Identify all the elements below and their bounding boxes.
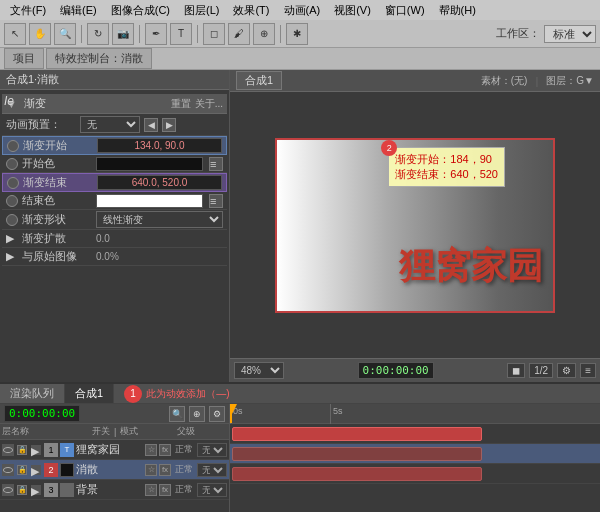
track-bar-1[interactable] (232, 427, 482, 441)
anim-preset-select[interactable]: 无 (80, 116, 140, 133)
layer-2-parent[interactable]: 无 (197, 463, 227, 477)
layer-1-name[interactable]: 狸窝家园 (76, 442, 143, 457)
layer-3-solo[interactable]: ☆ (145, 484, 157, 496)
layer-2-fx[interactable]: fx (159, 464, 171, 476)
layer-1-lock[interactable]: 🔒 (17, 445, 27, 455)
layer-1-fx[interactable]: fx (159, 444, 171, 456)
tl-add-icon[interactable]: ⊕ (189, 406, 205, 422)
layer-3-controls: ☆ fx (145, 484, 171, 496)
playhead[interactable] (230, 404, 232, 423)
comp-settings-btn[interactable]: ⚙ (557, 363, 576, 378)
layer-switches-col: 开关 | 模式 (92, 425, 177, 438)
spread-arrow: ▶ (6, 232, 18, 245)
tool-select[interactable]: ↖ (4, 23, 26, 45)
gradient-spread-value[interactable]: 0.0 (96, 233, 110, 244)
zoom-select[interactable]: 48% (234, 362, 284, 379)
tool-pen[interactable]: ✒ (145, 23, 167, 45)
stopwatch-end[interactable] (7, 177, 19, 189)
layer-3-name[interactable]: 背景 (76, 482, 143, 497)
layer-3-lock[interactable]: 🔒 (17, 485, 27, 495)
tool-puppet[interactable]: ✱ (286, 23, 308, 45)
layer-1-expand[interactable]: ▶ (31, 445, 41, 455)
tool-clone[interactable]: ⊕ (253, 23, 275, 45)
timeline-time[interactable]: 0:00:00:00 (4, 405, 80, 422)
layer-1-parent[interactable]: 无 (197, 443, 227, 457)
anim-prev-btn[interactable]: ◀ (144, 118, 158, 132)
tl-search-icon[interactable]: 🔍 (169, 406, 185, 422)
layer-2-name[interactable]: 消散 (76, 462, 143, 477)
layer-3-parent[interactable]: 无 (197, 483, 227, 497)
menu-animation[interactable]: 动画(A) (278, 2, 327, 19)
gradient-shape-select[interactable]: 线性渐变 (96, 211, 223, 228)
stopwatch-startcolor[interactable] (6, 158, 18, 170)
layer-2-expand[interactable]: ▶ (31, 465, 41, 475)
composition-tab[interactable]: 合成1 (65, 384, 114, 403)
effect-controls-tab[interactable]: 特效控制台：消散 (46, 48, 152, 69)
start-color-btn[interactable]: ≡ (209, 157, 223, 171)
track-bar-2[interactable] (232, 447, 482, 461)
about-btn[interactable]: 关于... (195, 97, 223, 111)
menu-layer[interactable]: 图层(L) (178, 2, 225, 19)
tl-settings-icon[interactable]: ⚙ (209, 406, 225, 422)
time-display[interactable]: 0:00:00:00 (358, 362, 434, 379)
menu-composition[interactable]: 图像合成(C) (105, 2, 176, 19)
render-queue-tab[interactable]: 渲染队列 (0, 384, 65, 403)
gradient-end-value[interactable]: 640.0, 520.0 (97, 175, 222, 190)
layer-1-type-icon: T (60, 443, 74, 457)
comp-view-tab[interactable]: 合成1 (236, 71, 282, 90)
project-panel-tab[interactable]: 项目 (4, 48, 44, 69)
layer-row-2[interactable]: 🔒 ▶ 2 消散 ☆ fx 正常 无 (0, 460, 229, 480)
stopwatch-endcolor[interactable] (6, 195, 18, 207)
quality-btn[interactable]: ◼ (507, 363, 525, 378)
track-row-2 (230, 444, 600, 464)
layer-3-fx[interactable]: fx (159, 484, 171, 496)
track-row-3 (230, 464, 600, 484)
tool-rotate[interactable]: ↻ (87, 23, 109, 45)
menu-bar: 文件(F) 编辑(E) 图像合成(C) 图层(L) 效果(T) 动画(A) 视图… (0, 0, 600, 20)
layer-2-solo[interactable]: ☆ (145, 464, 157, 476)
blend-original-value[interactable]: 0.0% (96, 251, 119, 262)
reset-btn[interactable]: 重置 (171, 97, 191, 111)
bottom-tab-bar: 渲染队列 合成1 1 此为动效添加（—) (0, 384, 600, 404)
quality-value[interactable]: 1/2 (529, 363, 553, 378)
layer-2-blend: 正常 (175, 463, 193, 476)
menu-effect[interactable]: 效果(T) (227, 2, 275, 19)
layer-3-visibility[interactable] (2, 484, 14, 496)
tool-hand[interactable]: ✋ (29, 23, 51, 45)
menu-window[interactable]: 窗口(W) (379, 2, 431, 19)
layer-2-type-icon (60, 463, 74, 477)
start-color-label: 开始色 (22, 156, 92, 171)
workspace-select[interactable]: 标准 (544, 25, 596, 43)
gradient-section-header: ▼ 渐变 重置 关于... (2, 94, 227, 114)
blend-original-row: ▶ 与原始图像 0.0% (2, 248, 227, 266)
menu-edit[interactable]: 编辑(E) (54, 2, 103, 19)
stopwatch-start[interactable] (7, 140, 19, 152)
layer-3-expand[interactable]: ▶ (31, 485, 41, 495)
layer-2-visibility[interactable] (2, 464, 14, 476)
tool-zoom[interactable]: 🔍 (54, 23, 76, 45)
end-color-swatch[interactable] (96, 194, 203, 208)
layer-1-visibility[interactable] (2, 444, 14, 456)
comp-more-btn[interactable]: ≡ (580, 363, 596, 378)
start-color-swatch[interactable] (96, 157, 203, 171)
stopwatch-shape[interactable] (6, 214, 18, 226)
tool-shape[interactable]: ◻ (203, 23, 225, 45)
comp-tab-label: 合成1 (75, 387, 103, 399)
end-color-btn[interactable]: ≡ (209, 194, 223, 208)
layer-row-3[interactable]: 🔒 ▶ 3 背景 ☆ fx 正常 无 (0, 480, 229, 500)
menu-file[interactable]: 文件(F) (4, 2, 52, 19)
tool-camera[interactable]: 📷 (112, 23, 134, 45)
bottom-area: 渲染队列 合成1 1 此为动效添加（—) 0:00:00:00 🔍 ⊕ ⚙ 层名… (0, 382, 600, 512)
timeline-ruler: 0s 5s (230, 404, 600, 424)
menu-view[interactable]: 视图(V) (328, 2, 377, 19)
anim-next-btn[interactable]: ▶ (162, 118, 176, 132)
layer-row-1[interactable]: 🔒 ▶ 1 T 狸窝家园 ☆ fx 正常 无 (0, 440, 229, 460)
tool-text[interactable]: T (170, 23, 192, 45)
layer-2-lock[interactable]: 🔒 (17, 465, 27, 475)
menu-help[interactable]: 帮助(H) (433, 2, 482, 19)
layer-1-solo[interactable]: ☆ (145, 444, 157, 456)
gradient-start-value[interactable]: 134.0, 90.0 (97, 138, 222, 153)
track-bar-3[interactable] (232, 467, 482, 481)
layer-column-headers: 层名称 开关 | 模式 父级 (0, 424, 229, 440)
tool-paint[interactable]: 🖌 (228, 23, 250, 45)
